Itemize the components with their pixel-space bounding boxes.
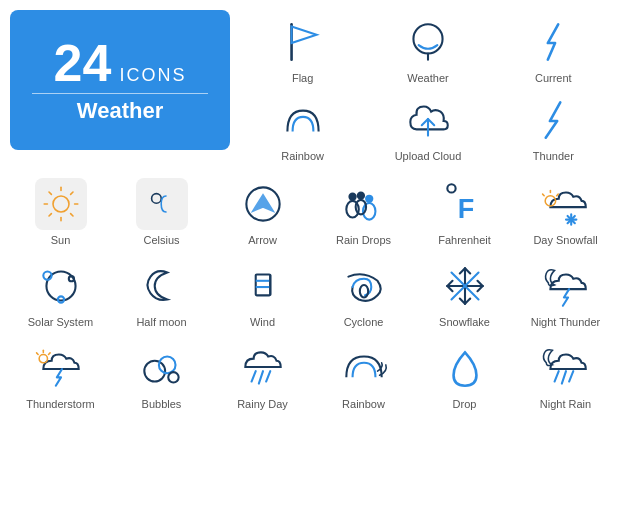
svg-line-65 [569,371,573,381]
icon-arrow: Arrow [212,172,313,250]
solar-system-label: Solar System [28,316,93,328]
svg-point-4 [53,196,69,212]
svg-line-56 [36,353,38,355]
icon-fahrenheit: F Fahrenheit [414,172,515,250]
wind-label: Wind [250,316,275,328]
current-label: Current [535,72,572,84]
svg-line-64 [561,371,565,383]
icon-wind: Wind [212,254,313,332]
icon-flag: Flag [240,10,365,88]
day-snowfall-label: Day Snowfall [533,234,597,246]
svg-line-55 [48,353,50,355]
icon-night-thunder: Night Thunder [515,254,616,332]
sun-label: Sun [51,234,71,246]
svg-line-61 [258,371,262,383]
svg-point-59 [168,372,178,382]
cyclone-label: Cyclone [344,316,384,328]
icon-celsius: Celsius [111,172,212,250]
bubbles-label: Bubbles [142,398,182,410]
row5-grid: Thunderstorm Bubbles [10,336,616,414]
night-rain-label: Night Rain [540,398,591,410]
weather-label: Weather [407,72,448,84]
icon-rainbow-bottom: Rainbow [313,336,414,414]
icon-bubbles: Bubbles [111,336,212,414]
icon-thunderstorm: Thunderstorm [10,336,111,414]
icon-rain-drops: Rain Drops [313,172,414,250]
svg-point-53 [39,354,47,362]
icon-thunder: Thunder [491,88,616,166]
icon-rainbow-top: Rainbow [240,88,365,166]
svg-line-31 [542,194,544,196]
svg-point-19 [366,196,372,202]
svg-line-30 [556,194,558,196]
icon-cyclone: Cyclone [313,254,414,332]
icon-solar-system: Solar System [10,254,111,332]
svg-point-13 [151,194,161,204]
icon-current: Current [491,10,616,88]
row3-grid: Sun Celsius Arrow [10,172,616,250]
rain-drops-label: Rain Drops [336,234,391,246]
row4-grid: Solar System Half moon [10,254,616,332]
icon-drop: Drop [414,336,515,414]
icons-label: ICONS [119,65,186,86]
rainbow-bottom-label: Rainbow [342,398,385,410]
half-moon-label: Half moon [136,316,186,328]
svg-point-35 [68,276,73,281]
svg-line-62 [266,371,270,381]
thunder-label: Thunder [533,150,574,162]
svg-point-21 [357,193,363,199]
icon-day-snowfall: Day Snowfall [515,172,616,250]
rainy-day-label: Rainy Day [237,398,288,410]
upload-cloud-label: Upload Cloud [395,150,462,162]
divider [32,93,208,94]
thunderstorm-label: Thunderstorm [26,398,94,410]
icon-count: 24 [54,37,112,89]
icon-weather: Weather [365,10,490,88]
svg-line-60 [251,371,255,381]
svg-point-17 [349,194,355,200]
icon-half-moon: Half moon [111,254,212,332]
svg-line-10 [70,214,72,216]
arrow-label: Arrow [248,234,277,246]
rainbow-top-label: Rainbow [281,150,324,162]
icon-snowflake: Snowflake [414,254,515,332]
svg-rect-36 [255,275,270,296]
svg-text:F: F [457,194,474,224]
svg-point-40 [359,285,367,297]
icon-rainy-day: Rainy Day [212,336,313,414]
svg-line-9 [49,192,51,194]
svg-marker-15 [252,195,273,212]
svg-point-58 [158,357,175,374]
svg-line-12 [49,214,51,216]
category-label: Weather [77,98,163,124]
snowflake-label: Snowflake [439,316,490,328]
celsius-label: Celsius [143,234,179,246]
svg-line-63 [554,371,558,381]
flag-label: Flag [292,72,313,84]
svg-point-22 [447,184,455,192]
drop-label: Drop [453,398,477,410]
icon-sun: Sun [10,172,111,250]
night-thunder-label: Night Thunder [531,316,601,328]
icon-upload-cloud: Upload Cloud [365,88,490,166]
header-box: 24 ICONS Weather [10,10,230,150]
svg-line-11 [70,192,72,194]
fahrenheit-label: Fahrenheit [438,234,491,246]
icon-night-rain: Night Rain [515,336,616,414]
